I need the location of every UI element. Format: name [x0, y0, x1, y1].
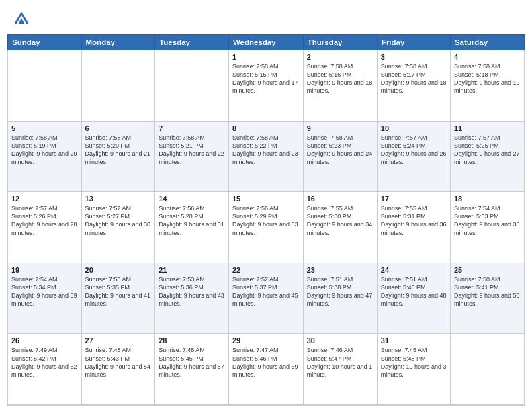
day-header-tuesday: Tuesday [155, 35, 229, 50]
day-info: Sunrise: 7:55 AMSunset: 5:31 PMDaylight:… [381, 204, 447, 237]
day-number: 4 [454, 53, 521, 61]
calendar: SundayMondayTuesdayWednesdayThursdayFrid… [7, 34, 525, 406]
calendar-cell: 9Sunrise: 7:58 AMSunset: 5:23 PMDaylight… [303, 121, 377, 192]
calendar-cell: 2Sunrise: 7:58 AMSunset: 5:16 PMDaylight… [303, 50, 377, 122]
day-number: 29 [232, 336, 300, 345]
day-info: Sunrise: 7:58 AMSunset: 5:22 PMDaylight:… [232, 134, 300, 167]
calendar-cell: 26Sunrise: 7:49 AMSunset: 5:42 PMDayligh… [8, 334, 82, 405]
day-info: Sunrise: 7:58 AMSunset: 5:15 PMDaylight:… [232, 62, 300, 95]
day-info: Sunrise: 7:58 AMSunset: 5:21 PMDaylight:… [159, 134, 225, 167]
days-of-week-row: SundayMondayTuesdayWednesdayThursdayFrid… [8, 35, 525, 50]
header [0, 0, 532, 34]
day-number: 18 [454, 195, 521, 203]
day-number: 1 [232, 53, 300, 61]
day-info: Sunrise: 7:48 AMSunset: 5:45 PMDaylight:… [159, 346, 225, 379]
day-info: Sunrise: 7:57 AMSunset: 5:24 PMDaylight:… [381, 134, 447, 167]
day-number: 24 [381, 266, 447, 274]
calendar-cell: 12Sunrise: 7:57 AMSunset: 5:26 PMDayligh… [8, 192, 82, 263]
day-info: Sunrise: 7:58 AMSunset: 5:18 PMDaylight:… [454, 62, 521, 95]
day-info: Sunrise: 7:56 AMSunset: 5:29 PMDaylight:… [232, 204, 300, 237]
day-number: 21 [159, 266, 225, 274]
calendar-cell: 24Sunrise: 7:51 AMSunset: 5:40 PMDayligh… [377, 263, 450, 334]
day-number: 14 [159, 195, 225, 203]
day-number: 28 [159, 336, 225, 345]
calendar-cell: 20Sunrise: 7:53 AMSunset: 5:35 PMDayligh… [81, 263, 155, 334]
day-number: 17 [381, 195, 447, 203]
calendar-cell: 13Sunrise: 7:57 AMSunset: 5:27 PMDayligh… [81, 192, 155, 263]
calendar-cell: 3Sunrise: 7:58 AMSunset: 5:17 PMDaylight… [377, 50, 450, 122]
week-row-4: 19Sunrise: 7:54 AMSunset: 5:34 PMDayligh… [8, 263, 525, 334]
calendar-cell: 25Sunrise: 7:50 AMSunset: 5:41 PMDayligh… [450, 263, 524, 334]
day-info: Sunrise: 7:54 AMSunset: 5:34 PMDaylight:… [11, 275, 78, 308]
day-number: 22 [232, 266, 300, 274]
week-row-5: 26Sunrise: 7:49 AMSunset: 5:42 PMDayligh… [8, 334, 525, 405]
calendar-cell: 11Sunrise: 7:57 AMSunset: 5:25 PMDayligh… [450, 121, 524, 192]
day-info: Sunrise: 7:47 AMSunset: 5:46 PMDaylight:… [232, 346, 300, 379]
day-number: 9 [307, 124, 373, 132]
day-info: Sunrise: 7:51 AMSunset: 5:38 PMDaylight:… [307, 275, 373, 308]
day-info: Sunrise: 7:53 AMSunset: 5:36 PMDaylight:… [159, 275, 225, 308]
day-info: Sunrise: 7:58 AMSunset: 5:20 PMDaylight:… [85, 134, 152, 167]
day-info: Sunrise: 7:50 AMSunset: 5:41 PMDaylight:… [454, 275, 521, 308]
calendar-cell [8, 50, 82, 122]
calendar-cell [155, 50, 229, 122]
day-number: 23 [307, 266, 373, 274]
page: SundayMondayTuesdayWednesdayThursdayFrid… [0, 0, 532, 411]
day-info: Sunrise: 7:45 AMSunset: 5:48 PMDaylight:… [381, 346, 447, 379]
logo [12, 9, 34, 28]
day-header-saturday: Saturday [450, 35, 524, 50]
day-number: 6 [85, 124, 152, 132]
day-number: 26 [11, 336, 78, 345]
day-header-monday: Monday [81, 35, 155, 50]
day-header-wednesday: Wednesday [228, 35, 303, 50]
day-number: 10 [381, 124, 447, 132]
day-info: Sunrise: 7:57 AMSunset: 5:26 PMDaylight:… [11, 204, 78, 237]
calendar-cell: 5Sunrise: 7:58 AMSunset: 5:19 PMDaylight… [8, 121, 82, 192]
calendar-cell: 22Sunrise: 7:52 AMSunset: 5:37 PMDayligh… [228, 263, 303, 334]
day-info: Sunrise: 7:51 AMSunset: 5:40 PMDaylight:… [381, 275, 447, 308]
day-number: 2 [307, 53, 373, 61]
day-info: Sunrise: 7:57 AMSunset: 5:25 PMDaylight:… [454, 134, 521, 167]
calendar-header: SundayMondayTuesdayWednesdayThursdayFrid… [8, 35, 525, 50]
day-info: Sunrise: 7:53 AMSunset: 5:35 PMDaylight:… [85, 275, 152, 308]
day-info: Sunrise: 7:58 AMSunset: 5:16 PMDaylight:… [307, 62, 373, 95]
day-number: 19 [11, 266, 78, 274]
calendar-cell: 31Sunrise: 7:45 AMSunset: 5:48 PMDayligh… [377, 334, 450, 405]
day-number: 13 [85, 195, 152, 203]
calendar-body: 1Sunrise: 7:58 AMSunset: 5:15 PMDaylight… [8, 50, 525, 405]
calendar-cell: 8Sunrise: 7:58 AMSunset: 5:22 PMDaylight… [228, 121, 303, 192]
calendar-cell: 16Sunrise: 7:55 AMSunset: 5:30 PMDayligh… [303, 192, 377, 263]
calendar-cell [450, 334, 524, 405]
calendar-cell: 23Sunrise: 7:51 AMSunset: 5:38 PMDayligh… [303, 263, 377, 334]
calendar-cell: 4Sunrise: 7:58 AMSunset: 5:18 PMDaylight… [450, 50, 524, 122]
calendar-cell: 28Sunrise: 7:48 AMSunset: 5:45 PMDayligh… [155, 334, 229, 405]
day-info: Sunrise: 7:48 AMSunset: 5:43 PMDaylight:… [85, 346, 152, 379]
day-info: Sunrise: 7:58 AMSunset: 5:23 PMDaylight:… [307, 134, 373, 167]
day-header-thursday: Thursday [303, 35, 377, 50]
day-number: 5 [11, 124, 78, 132]
day-info: Sunrise: 7:56 AMSunset: 5:28 PMDaylight:… [159, 204, 225, 237]
week-row-2: 5Sunrise: 7:58 AMSunset: 5:19 PMDaylight… [8, 121, 525, 192]
day-info: Sunrise: 7:54 AMSunset: 5:33 PMDaylight:… [454, 204, 521, 237]
day-info: Sunrise: 7:58 AMSunset: 5:17 PMDaylight:… [381, 62, 447, 95]
day-number: 11 [454, 124, 521, 132]
day-info: Sunrise: 7:57 AMSunset: 5:27 PMDaylight:… [85, 204, 152, 237]
day-header-friday: Friday [377, 35, 450, 50]
calendar-cell: 1Sunrise: 7:58 AMSunset: 5:15 PMDaylight… [228, 50, 303, 122]
calendar-cell: 21Sunrise: 7:53 AMSunset: 5:36 PMDayligh… [155, 263, 229, 334]
week-row-1: 1Sunrise: 7:58 AMSunset: 5:15 PMDaylight… [8, 50, 525, 122]
calendar-cell: 14Sunrise: 7:56 AMSunset: 5:28 PMDayligh… [155, 192, 229, 263]
calendar-cell: 17Sunrise: 7:55 AMSunset: 5:31 PMDayligh… [377, 192, 450, 263]
calendar-cell: 19Sunrise: 7:54 AMSunset: 5:34 PMDayligh… [8, 263, 82, 334]
day-number: 31 [381, 336, 447, 345]
calendar-cell: 29Sunrise: 7:47 AMSunset: 5:46 PMDayligh… [228, 334, 303, 405]
day-number: 8 [232, 124, 300, 132]
calendar-cell [81, 50, 155, 122]
day-number: 12 [11, 195, 78, 203]
day-number: 16 [307, 195, 373, 203]
day-header-sunday: Sunday [8, 35, 82, 50]
day-number: 3 [381, 53, 447, 61]
day-number: 7 [159, 124, 225, 132]
calendar-cell: 18Sunrise: 7:54 AMSunset: 5:33 PMDayligh… [450, 192, 524, 263]
day-number: 27 [85, 336, 152, 345]
